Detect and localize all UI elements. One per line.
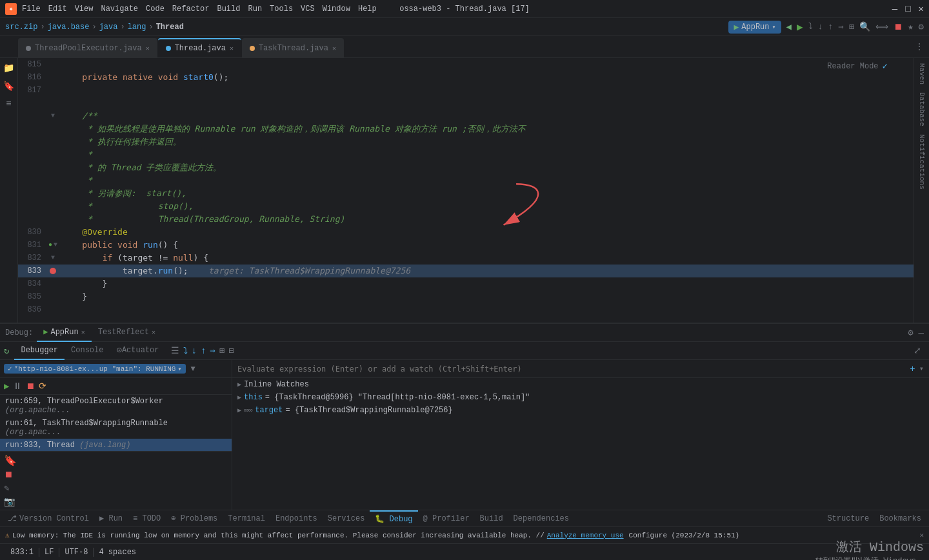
maximize-button[interactable]: □ (905, 4, 910, 14)
toolbar-translate-icon[interactable]: ⟺ (875, 21, 888, 32)
bottom-tab-run[interactable]: ▶ Run (94, 510, 128, 527)
toolbar-debug-run-icon[interactable]: ▶ (797, 21, 803, 34)
tab-threadpoolexecutor[interactable]: ThreadPoolExecutor.java ✕ (18, 38, 157, 57)
sidebar-project-icon[interactable]: 📁 (2, 61, 16, 75)
menu-view[interactable]: View (75, 5, 94, 14)
bookmarks-icon[interactable]: 🔖 (4, 454, 228, 467)
debug-tab-apprun-close[interactable]: ✕ (81, 328, 85, 336)
bottom-tab-build[interactable]: Build (475, 510, 508, 527)
debug-step-over-icon[interactable]: ⤵ (183, 346, 188, 356)
watch-item-this[interactable]: ▶ this = {TaskThread@5996} "Thread[http-… (232, 391, 929, 404)
analyze-memory-link[interactable]: Analyze memory use (547, 532, 624, 539)
menu-build[interactable]: Build (217, 5, 240, 14)
debug-tab-testreflect-close[interactable]: ✕ (152, 328, 155, 336)
watch-expression-field[interactable] (237, 365, 910, 374)
stop-icon[interactable]: ⏹ (26, 381, 35, 392)
menu-code[interactable]: Code (146, 5, 165, 14)
minimize-button[interactable]: — (892, 4, 897, 14)
watch-item-inline[interactable]: ▶ Inline Watches (232, 378, 929, 391)
pause-icon[interactable]: ⏸ (13, 381, 22, 392)
toolbar-stop-icon[interactable]: ⏹ (894, 22, 903, 32)
sidebar-structure-icon[interactable]: ≡ (2, 97, 16, 111)
toolbar-settings-icon[interactable]: ⚙ (919, 21, 924, 32)
fold-icon[interactable]: ▼ (51, 110, 55, 123)
debug-subtab-debugger[interactable]: Debugger (14, 342, 65, 360)
watch-expand-inline[interactable]: ▶ (237, 381, 241, 388)
bottom-tab-problems[interactable]: ⊕ Problems (166, 510, 223, 527)
menu-edit[interactable]: Edit (48, 5, 67, 14)
sidebar-bookmarks-icon[interactable]: 🔖 (2, 79, 16, 93)
tabs-more-btn[interactable]: ⋮ (915, 41, 924, 52)
watch-expand-this[interactable]: ▶ (237, 394, 241, 401)
breadcrumb-lang[interactable]: lang (128, 23, 146, 32)
bottom-tab-terminal[interactable]: Terminal (223, 510, 270, 527)
menu-vcs[interactable]: VCS (301, 5, 315, 14)
bottom-tab-bookmarks2[interactable]: Bookmarks (874, 510, 926, 527)
menu-window[interactable]: Window (323, 5, 350, 14)
menu-tools[interactable]: Tools (270, 5, 293, 14)
bottom-tab-dependencies[interactable]: Dependencies (508, 510, 574, 527)
close-button[interactable]: ✕ (919, 3, 924, 14)
fold-icon-832[interactable]: ▼ (51, 252, 55, 265)
filter-chip[interactable]: ✓ *http-nio-8081-ex...up "main": RUNNING… (4, 364, 186, 374)
tab-close-thread[interactable]: ✕ (230, 45, 234, 52)
bottom-tab-structure[interactable]: Structure (822, 510, 874, 527)
frame-item-1[interactable]: run:659, ThreadPoolExecutor$Worker (org.… (0, 395, 232, 417)
debug-step-into-icon[interactable]: ↓ (192, 346, 197, 356)
bottom-tab-endpoints[interactable]: Endpoints (270, 510, 323, 527)
toolbar-step-out-icon[interactable]: ↑ (828, 22, 833, 32)
bottom-tab-profiler[interactable]: @ Profiler (418, 510, 475, 527)
watch-expand-btn[interactable]: ▾ (919, 364, 924, 374)
debug-settings-icon[interactable]: ⚙ (908, 327, 913, 338)
debug-step-list-icon[interactable]: ☰ (171, 345, 179, 356)
bottom-tab-todo[interactable]: ≡ TODO (128, 510, 166, 527)
frame-item-2[interactable]: run:61, TaskThread$WrappingRunnable (org… (0, 417, 232, 439)
toolbar-run-to-cursor-icon[interactable]: ⇒ (838, 21, 843, 32)
tab-taskthread[interactable]: TaskThread.java ✕ (242, 38, 344, 57)
maven-panel-btn[interactable]: Maven (917, 61, 927, 87)
debug-step-out-icon[interactable]: ↑ (201, 346, 206, 356)
debug-subtab-actuator[interactable]: ⊙ Actuator (110, 342, 165, 360)
toolbar-step-over-icon[interactable]: ⤵ (808, 22, 813, 32)
status-encoding[interactable]: UTF-8 (59, 544, 93, 560)
debug-run-cursor-icon[interactable]: ⇒ (210, 345, 215, 356)
resume-icon[interactable]: ▶ (4, 381, 9, 392)
filter-dropdown-icon[interactable]: ▾ (177, 365, 181, 373)
status-lf[interactable]: LF (39, 544, 59, 560)
bottom-tab-vcs[interactable]: ⎇ Version Control (3, 510, 94, 527)
menu-refactor[interactable]: Refactor (172, 5, 210, 14)
debug-grid-icon[interactable]: ⊞ (219, 345, 225, 356)
frame-item-3[interactable]: run:833, Thread (java.lang) (0, 439, 232, 451)
breadcrumb-java[interactable]: java (99, 23, 118, 32)
camera-icon[interactable]: 📷 (4, 496, 228, 507)
debug-minimize-icon[interactable]: — (919, 328, 924, 338)
toolbar-eval-icon[interactable]: ⊞ (849, 21, 854, 32)
notifications-panel-btn[interactable]: Notifications (917, 132, 927, 192)
fold-icon-831[interactable]: ▼ (54, 239, 57, 252)
menu-file[interactable]: File (22, 5, 41, 14)
breakpoint-833[interactable] (50, 268, 56, 274)
red-stop-icon[interactable]: ⏹ (4, 470, 228, 480)
debug-tab-apprun[interactable]: ▶ AppRun ✕ (37, 324, 91, 342)
debug-step-all-icon[interactable]: ⊟ (228, 345, 234, 356)
run-config-btn[interactable]: ▶ AppRun ▾ (728, 21, 781, 34)
status-indent[interactable]: 4 spaces (94, 544, 141, 560)
debug-reload-icon[interactable]: ↻ (4, 345, 9, 356)
breadcrumb-javabase[interactable]: java.base (48, 23, 90, 32)
debug-tab-testreflect[interactable]: TestReflect ✕ (92, 324, 162, 342)
toolbar-search-icon[interactable]: 🔍 (859, 21, 870, 32)
filter-options-icon[interactable]: ▼ (191, 365, 195, 374)
toolbar-bookmarks-icon[interactable]: ★ (908, 21, 913, 32)
watch-item-target[interactable]: ▶ ∞∞ target = {TaskThread$WrappingRunnab… (232, 404, 929, 417)
debug-subtab-console[interactable]: Console (65, 342, 110, 360)
menu-run[interactable]: Run (248, 5, 262, 14)
bottom-tab-services[interactable]: Services (323, 510, 370, 527)
status-position[interactable]: 833:1 (5, 544, 39, 560)
breadcrumb-srczip[interactable]: src.zip (5, 23, 37, 32)
watch-expand-target[interactable]: ▶ (237, 406, 241, 414)
toolbar-step-into-icon[interactable]: ↓ (818, 22, 823, 32)
toolbar-back-icon[interactable]: ◀ (786, 21, 792, 32)
tab-close-threadpoolexecutor[interactable]: ✕ (146, 45, 150, 52)
menu-help[interactable]: Help (358, 5, 377, 14)
watch-add-icon[interactable]: + (910, 364, 915, 374)
